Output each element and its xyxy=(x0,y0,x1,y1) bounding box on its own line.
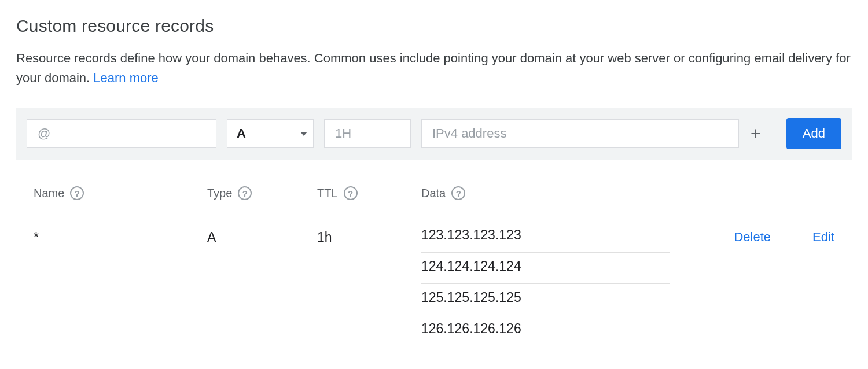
chevron-down-icon xyxy=(300,132,307,136)
record-data-value: 126.126.126.126 xyxy=(421,315,670,346)
plus-icon: + xyxy=(751,125,761,142)
help-icon[interactable]: ? xyxy=(451,186,465,200)
column-header-type-label: Type xyxy=(207,187,232,200)
record-data-list: 123.123.123.123 124.124.124.124 125.125.… xyxy=(421,226,670,346)
ttl-field-wrapper xyxy=(324,119,411,148)
column-header-data: Data ? xyxy=(421,186,684,200)
learn-more-link[interactable]: Learn more xyxy=(93,71,159,85)
add-record-bar: A + Add xyxy=(16,108,852,160)
record-data-value: 125.125.125.125 xyxy=(421,284,670,315)
add-data-value-button[interactable]: + xyxy=(746,124,766,143)
data-field-wrapper xyxy=(421,119,739,148)
type-select-value: A xyxy=(237,126,295,141)
record-name: * xyxy=(34,226,207,245)
table-header-row: Name ? Type ? TTL ? Data ? xyxy=(16,180,852,211)
column-header-ttl: TTL ? xyxy=(317,186,421,200)
record-data: 123.123.123.123 124.124.124.124 125.125.… xyxy=(421,226,684,346)
record-ttl: 1h xyxy=(317,226,421,245)
name-field-wrapper xyxy=(27,119,216,148)
records-table: Name ? Type ? TTL ? Data ? * A 1h xyxy=(16,180,852,352)
panel-title: Custom resource records xyxy=(16,16,852,36)
ttl-input[interactable] xyxy=(334,126,401,142)
panel-description: Resource records define how your domain … xyxy=(16,49,852,88)
record-data-value: 123.123.123.123 xyxy=(421,226,670,253)
name-input[interactable] xyxy=(36,126,207,142)
table-row: * A 1h 123.123.123.123 124.124.124.124 1… xyxy=(16,211,852,352)
help-icon[interactable]: ? xyxy=(344,186,358,200)
record-type: A xyxy=(207,226,317,245)
column-header-ttl-label: TTL xyxy=(317,187,338,200)
edit-button[interactable]: Edit xyxy=(771,226,834,245)
help-icon[interactable]: ? xyxy=(238,186,252,200)
column-header-name-label: Name xyxy=(34,187,64,200)
column-header-name: Name ? xyxy=(34,186,207,200)
column-header-type: Type ? xyxy=(207,186,317,200)
record-data-value: 124.124.124.124 xyxy=(421,253,670,284)
add-record-button[interactable]: Add xyxy=(786,118,841,149)
delete-button[interactable]: Delete xyxy=(684,226,771,245)
custom-resource-records-panel: Custom resource records Resource records… xyxy=(0,0,868,369)
type-select[interactable]: A xyxy=(227,119,314,148)
help-icon[interactable]: ? xyxy=(70,186,84,200)
data-input[interactable] xyxy=(431,126,729,142)
column-header-data-label: Data xyxy=(421,187,446,200)
